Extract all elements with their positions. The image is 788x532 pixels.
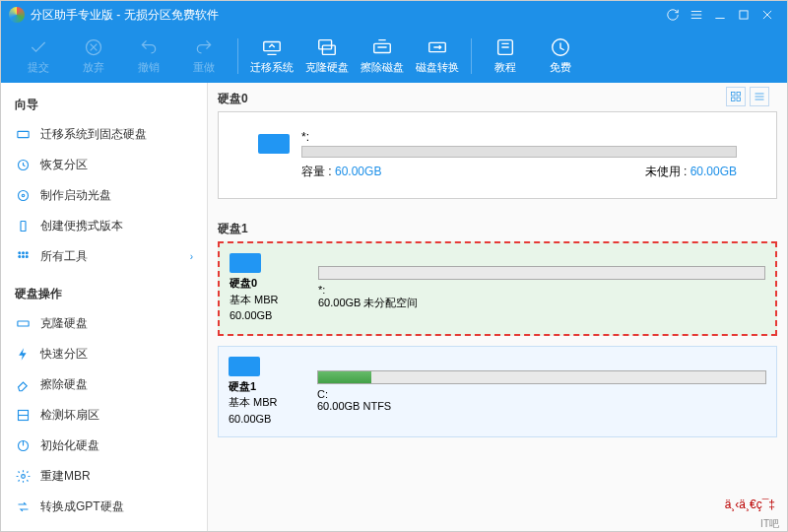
capacity-value: 60.00GB: [335, 165, 381, 178]
submit-button[interactable]: 提交: [11, 33, 66, 80]
sidebar-wipe-disk[interactable]: 擦除硬盘: [1, 369, 207, 400]
drive-icon: [230, 253, 261, 273]
sidebar-make-bootdisc[interactable]: 制作启动光盘: [1, 180, 207, 211]
redo-button[interactable]: 重做: [176, 33, 231, 80]
partition-bar[interactable]: [318, 266, 765, 280]
usage-bar: [301, 146, 737, 158]
svg-point-17: [18, 256, 20, 258]
partition-label: C:: [317, 388, 328, 400]
chevron-right-icon: ›: [190, 251, 193, 262]
sidebar-portable[interactable]: 创建便携式版本: [1, 211, 207, 241]
maximize-icon[interactable]: [732, 5, 755, 25]
svg-point-11: [18, 191, 28, 201]
partition-desc: 60.00GB NTFS: [317, 400, 766, 412]
svg-rect-26: [732, 98, 736, 101]
partition-bar[interactable]: [317, 370, 766, 384]
disk0-heading: 硬盘0: [218, 87, 777, 111]
close-icon[interactable]: [755, 5, 779, 25]
svg-rect-27: [737, 98, 741, 101]
undo-button[interactable]: 撤销: [121, 33, 176, 80]
disk-size: 60.00GB: [229, 411, 271, 428]
svg-point-14: [18, 252, 20, 254]
svg-rect-3: [319, 40, 332, 49]
disk-name: 硬盘0: [230, 275, 257, 292]
svg-rect-9: [17, 131, 28, 137]
sidebar-clone-disk[interactable]: 克隆硬盘: [1, 308, 207, 339]
disk-size: 60.00GB: [230, 307, 272, 324]
footer-garbled-text: ä¸‹ä¸€ç¯‡: [725, 498, 775, 511]
drive-icon: [229, 357, 260, 376]
svg-rect-25: [737, 93, 741, 97]
svg-point-23: [21, 475, 25, 479]
free-label: 未使用 :: [645, 165, 688, 178]
bolt-icon: [15, 347, 31, 363]
ssd-icon: [15, 127, 31, 143]
svg-rect-2: [264, 42, 281, 51]
sidebar-check-badsector[interactable]: 检测坏扇区: [1, 400, 207, 431]
drive-icon: [15, 316, 31, 332]
svg-point-12: [22, 194, 25, 197]
disk1-heading: 硬盘1: [218, 217, 777, 241]
svg-rect-13: [21, 222, 26, 232]
free-value: 60.00GB: [690, 165, 737, 178]
gear-icon: [15, 469, 31, 485]
svg-point-18: [22, 256, 24, 258]
sidebar-rebuild-mbr[interactable]: 重建MBR: [1, 461, 207, 492]
sidebar-wizard-heading: 向导: [1, 91, 207, 119]
disk-card[interactable]: 硬盘1基本 MBR60.00GBC:60.00GB NTFS: [218, 346, 777, 438]
toolbar: 提交 放弃 撤销 重做 迁移系统 克隆硬盘 擦除磁盘 磁盘转换 教程 免费: [1, 29, 787, 83]
recover-icon: [15, 158, 31, 173]
disk0-summary: *: 容量 : 60.00GB 未使用 : 60.00GB: [218, 111, 777, 199]
disk-type: 基本 MBR: [229, 394, 278, 411]
view-list-icon[interactable]: [750, 87, 769, 106]
sidebar-quick-partition[interactable]: 快速分区: [1, 339, 207, 369]
tutorial-button[interactable]: 教程: [478, 33, 533, 80]
wipe-disk-button[interactable]: 擦除磁盘: [355, 33, 410, 80]
eraser-icon: [15, 377, 31, 393]
disk-convert-button[interactable]: 磁盘转换: [410, 33, 465, 80]
partition-label: *:: [318, 284, 325, 296]
menu-icon[interactable]: [685, 5, 708, 25]
sidebar: 向导 迁移系统到固态硬盘 恢复分区 制作启动光盘 创建便携式版本 所有工具› 硬…: [1, 83, 208, 532]
sidebar-ops-heading: 硬盘操作: [1, 280, 207, 308]
partition-desc: 60.00GB 未分配空间: [318, 296, 765, 310]
main-panel: 硬盘0 *: 容量 : 60.00GB 未使用 : 60.00GB 硬盘1 硬盘…: [208, 83, 787, 532]
svg-point-15: [22, 252, 24, 254]
drive-icon: [258, 134, 290, 154]
view-grid-icon[interactable]: [726, 87, 746, 106]
svg-rect-20: [17, 321, 28, 326]
sidebar-init-disk[interactable]: 初始化硬盘: [1, 431, 207, 461]
scan-icon: [15, 408, 31, 424]
power-icon: [15, 438, 31, 454]
capacity-label: 容量 :: [301, 165, 332, 178]
free-button[interactable]: 免费: [533, 33, 588, 80]
migrate-system-button[interactable]: 迁移系统: [244, 33, 299, 80]
sidebar-all-tools[interactable]: 所有工具›: [1, 241, 207, 272]
svg-rect-0: [740, 11, 748, 19]
grid-icon: [15, 249, 31, 265]
clone-disk-button[interactable]: 克隆硬盘: [299, 33, 355, 80]
title-bar: 分区助手专业版 - 无损分区免费软件: [1, 1, 787, 29]
discard-button[interactable]: 放弃: [66, 33, 121, 80]
disk-card[interactable]: 硬盘0基本 MBR60.00GB*:60.00GB 未分配空间: [218, 241, 777, 336]
summary-drive-letter: *:: [301, 130, 737, 144]
disk-type: 基本 MBR: [230, 292, 279, 308]
convert-icon: [15, 499, 31, 515]
usb-icon: [15, 219, 31, 234]
svg-point-19: [26, 256, 28, 258]
sidebar-migrate-ssd[interactable]: 迁移系统到固态硬盘: [1, 119, 207, 150]
watermark: IT吧: [760, 517, 779, 531]
sidebar-convert-gpt[interactable]: 转换成GPT硬盘: [1, 492, 207, 522]
sidebar-recover-partition[interactable]: 恢复分区: [1, 150, 207, 180]
minimize-icon[interactable]: [708, 5, 732, 25]
svg-rect-24: [732, 93, 736, 97]
svg-rect-5: [374, 43, 391, 52]
svg-rect-4: [322, 45, 335, 54]
app-logo-icon: [9, 7, 25, 23]
svg-point-16: [26, 252, 28, 254]
disk-name: 硬盘1: [229, 378, 256, 395]
disc-icon: [15, 188, 31, 204]
app-title: 分区助手专业版 - 无损分区免费软件: [31, 7, 219, 24]
refresh-icon[interactable]: [661, 5, 685, 25]
